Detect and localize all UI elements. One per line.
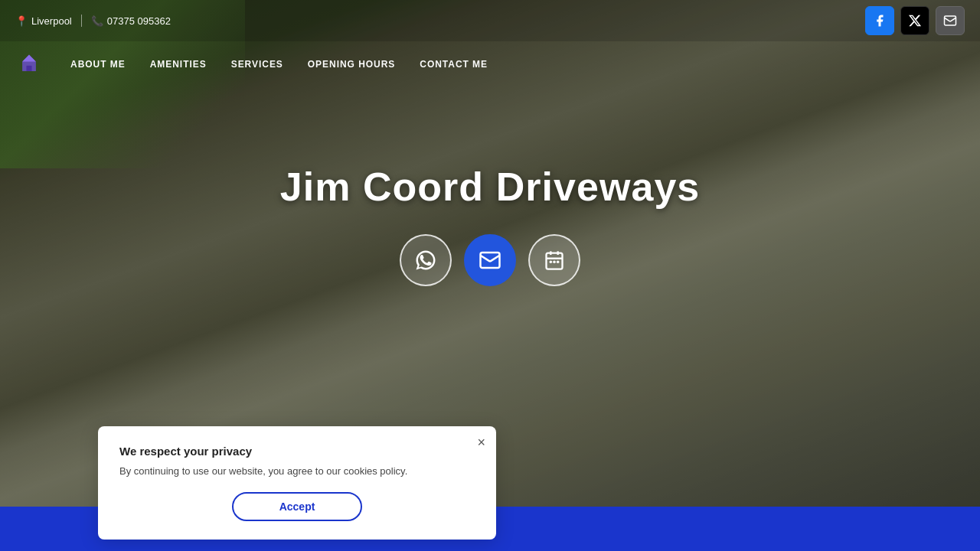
hero-title: Jim Coord Driveways: [280, 164, 701, 210]
calendar-button[interactable]: [528, 234, 580, 286]
phone-text: 07375 095362: [107, 15, 171, 27]
twitter-button[interactable]: [900, 6, 929, 35]
cookie-body: By continuing to use our website, you ag…: [119, 464, 475, 479]
cookie-accept-button[interactable]: Accept: [232, 492, 363, 521]
phone-icon: [91, 15, 103, 27]
top-bar-divider: [81, 15, 82, 27]
email-social-button[interactable]: [936, 6, 965, 35]
nav-services[interactable]: SERVICES: [219, 53, 296, 76]
twitter-icon: [908, 14, 922, 28]
facebook-button[interactable]: [865, 6, 894, 35]
calendar-icon: [544, 249, 565, 271]
email-social-icon: [943, 14, 957, 28]
email-icon: [479, 249, 501, 272]
top-bar-right: [865, 6, 965, 35]
phone-link[interactable]: 07375 095362: [91, 15, 171, 27]
location-icon: [15, 15, 28, 27]
navbar: ABOUT ME AMENITIES SERVICES OPENING HOUR…: [0, 41, 980, 87]
top-bar: Liverpool 07375 095362: [0, 0, 980, 41]
nav-amenities[interactable]: AMENITIES: [138, 53, 219, 76]
logo-icon: [17, 52, 41, 77]
hero-content: Jim Coord Driveways: [0, 87, 980, 286]
cookie-title: We respect your privacy: [119, 445, 475, 458]
hero-actions: [400, 234, 580, 286]
cookie-banner: × We respect your privacy By continuing …: [98, 426, 496, 540]
email-button[interactable]: [464, 234, 516, 286]
facebook-icon: [873, 14, 887, 28]
nav-contact[interactable]: CONTACT ME: [407, 53, 500, 76]
svg-rect-1: [481, 253, 500, 268]
svg-rect-0: [945, 16, 956, 25]
nav-opening-hours[interactable]: OPENING HOURS: [296, 53, 408, 76]
cookie-close-button[interactable]: ×: [477, 435, 485, 449]
nav-about[interactable]: ABOUT ME: [58, 53, 138, 76]
location-link[interactable]: Liverpool: [15, 15, 72, 27]
location-text: Liverpool: [31, 15, 72, 27]
logo[interactable]: [15, 51, 43, 78]
whatsapp-icon: [414, 249, 437, 272]
whatsapp-button[interactable]: [400, 234, 452, 286]
nav-links: ABOUT ME AMENITIES SERVICES OPENING HOUR…: [58, 53, 500, 76]
top-bar-left: Liverpool 07375 095362: [15, 15, 171, 27]
